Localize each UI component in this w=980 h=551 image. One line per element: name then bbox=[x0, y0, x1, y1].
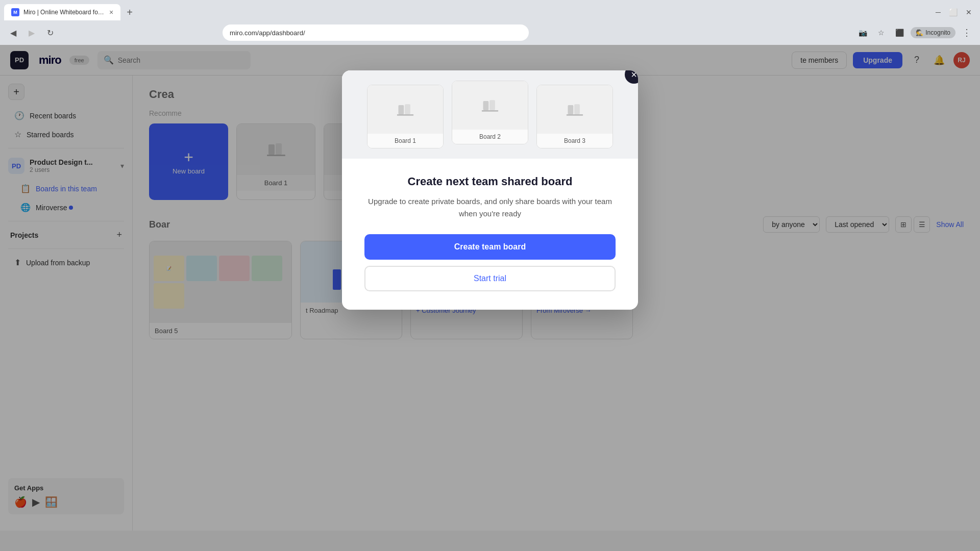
modal-body: Create next team shared board Upgrade to… bbox=[342, 159, 638, 310]
browser-chrome: M Miro | Online Whiteboard for Vi... × +… bbox=[0, 0, 980, 45]
tab-title: Miro | Online Whiteboard for Vi... bbox=[23, 9, 105, 16]
incognito-label: Incognito bbox=[925, 29, 950, 36]
menu-icon[interactable]: ⋮ bbox=[960, 26, 974, 40]
svg-rect-9 bbox=[399, 105, 404, 114]
svg-rect-17 bbox=[567, 114, 583, 116]
bookmark-icon[interactable]: ☆ bbox=[874, 26, 888, 40]
maximize-icon[interactable]: ⬜ bbox=[949, 8, 958, 16]
start-trial-btn[interactable]: Start trial bbox=[364, 266, 616, 291]
svg-rect-15 bbox=[568, 105, 574, 114]
modal-title: Create next team shared board bbox=[364, 175, 616, 188]
tab-close-icon[interactable]: × bbox=[109, 8, 113, 16]
svg-rect-11 bbox=[397, 114, 413, 116]
incognito-icon: 🕵 bbox=[916, 29, 923, 36]
active-tab[interactable]: M Miro | Online Whiteboard for Vi... × bbox=[4, 4, 120, 20]
modal-board-3-label: Board 3 bbox=[537, 134, 612, 148]
modal-description: Upgrade to create private boards, and on… bbox=[364, 195, 616, 220]
back-btn[interactable]: ◀ bbox=[6, 26, 20, 40]
modal-board-preview-1: Board 1 bbox=[367, 85, 444, 148]
create-team-board-btn[interactable]: Create team board bbox=[364, 234, 616, 260]
svg-rect-10 bbox=[405, 104, 410, 114]
svg-rect-13 bbox=[489, 100, 495, 110]
close-window-icon[interactable]: ✕ bbox=[966, 8, 972, 16]
modal-overlay: × Board 1 Board 2 Boar bbox=[0, 45, 980, 551]
svg-rect-16 bbox=[574, 104, 580, 114]
modal-previews: Board 1 Board 2 Board 3 bbox=[342, 70, 638, 159]
tab-bar: M Miro | Online Whiteboard for Vi... × +… bbox=[0, 0, 980, 20]
tab-favicon: M bbox=[11, 8, 19, 16]
modal-board-preview-3: Board 3 bbox=[536, 85, 613, 148]
cast-icon[interactable]: ⬛ bbox=[892, 26, 906, 40]
new-tab-btn[interactable]: + bbox=[122, 5, 137, 19]
minimize-icon[interactable]: ─ bbox=[936, 8, 941, 16]
incognito-badge: 🕵 Incognito bbox=[911, 27, 955, 38]
modal-board-preview-2: Board 2 bbox=[452, 81, 528, 144]
forward-btn[interactable]: ▶ bbox=[24, 26, 39, 40]
svg-rect-14 bbox=[482, 110, 498, 112]
svg-rect-12 bbox=[483, 101, 489, 110]
modal-board-1-label: Board 1 bbox=[368, 134, 443, 148]
address-bar[interactable]: miro.com/app/dashboard/ bbox=[223, 24, 529, 41]
modal-board-2-label: Board 2 bbox=[452, 130, 528, 144]
camera-icon[interactable]: 📷 bbox=[855, 26, 870, 40]
modal: × Board 1 Board 2 Boar bbox=[342, 70, 638, 310]
browser-toolbar: ◀ ▶ ↻ miro.com/app/dashboard/ 📷 ☆ ⬛ 🕵 In… bbox=[0, 20, 980, 45]
reload-btn[interactable]: ↻ bbox=[43, 26, 57, 40]
